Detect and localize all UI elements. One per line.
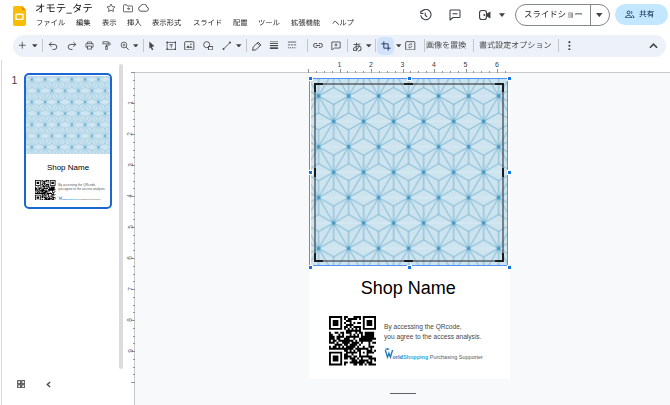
svg-text:1: 1 — [127, 101, 134, 105]
svg-text:Shopping: Shopping — [402, 353, 427, 359]
svg-text:3: 3 — [127, 163, 134, 167]
svg-text:4: 4 — [126, 194, 133, 198]
svg-text:you agree to the access analys: you agree to the access analysis. — [58, 187, 105, 191]
svg-text:2: 2 — [126, 132, 133, 136]
svg-text:9: 9 — [127, 349, 134, 353]
svg-text:6: 6 — [126, 256, 133, 260]
svg-text:8: 8 — [126, 318, 133, 322]
svg-text:Purchasing Supporter: Purchasing Supporter — [78, 198, 101, 200]
svg-text:4: 4 — [432, 61, 436, 68]
svg-text:7: 7 — [127, 287, 134, 291]
svg-text:By accessing the QRcode,: By accessing the QRcode, — [58, 183, 96, 187]
svg-text:6: 6 — [495, 61, 499, 68]
svg-text:2: 2 — [369, 61, 373, 68]
svg-text:5: 5 — [127, 225, 134, 229]
svg-text:Shopping: Shopping — [66, 197, 77, 199]
svg-text:Purchasing Supporter: Purchasing Supporter — [429, 353, 482, 359]
svg-text:1: 1 — [338, 61, 342, 68]
svg-text:3: 3 — [401, 61, 405, 68]
svg-text:5: 5 — [464, 61, 468, 68]
svg-text:orld: orld — [392, 353, 402, 359]
